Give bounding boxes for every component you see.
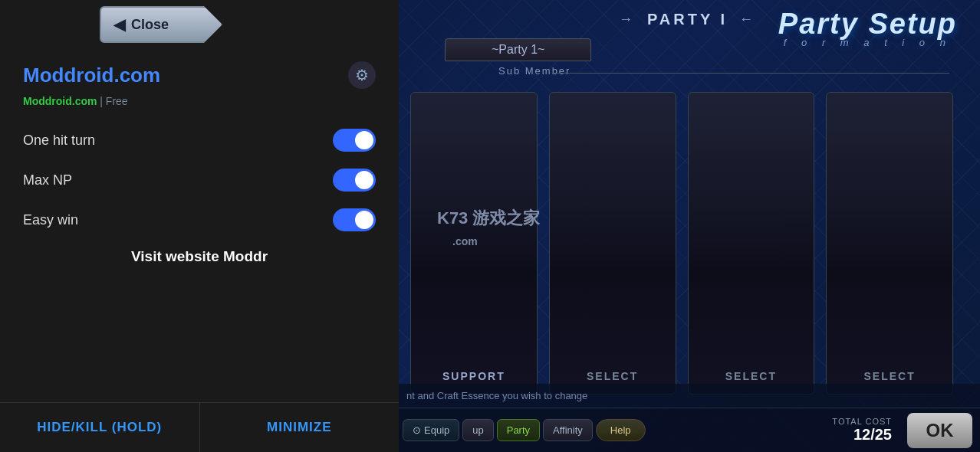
- sub-member-text: Sub Member: [498, 65, 571, 77]
- panel-subtitle: Moddroid.com | Free: [23, 95, 376, 107]
- ok-button[interactable]: OK: [907, 413, 972, 448]
- party-setup-main-label: Party Setup: [778, 8, 957, 40]
- card-slot-2[interactable]: SELECT: [688, 92, 815, 395]
- affinity-tab-label: Affinity: [553, 424, 583, 436]
- toggle-row-easy-win: Easy win: [23, 208, 376, 231]
- subtitle-sep: |: [100, 95, 106, 107]
- settings-button[interactable]: ⚙: [348, 61, 376, 89]
- help-button[interactable]: Help: [596, 419, 646, 441]
- party-tab-label: Party: [507, 424, 530, 436]
- toggle-max-np-label: Max NP: [23, 172, 72, 188]
- hint-text: nt and Craft Essence you wish to change: [395, 384, 980, 408]
- game-bottom-tabs: ⊙ Equip up Party Affinity Help: [395, 419, 646, 441]
- equip-icon: ⊙: [413, 424, 421, 436]
- toggle-row-max-np: Max NP: [23, 169, 376, 192]
- total-cost-box: TOTAL COST 12/25: [832, 417, 899, 444]
- panel-content: Moddroid.com ⚙ Moddroid.com | Free One h…: [0, 46, 399, 402]
- close-button-wrapper: ◀ Close: [100, 6, 222, 43]
- toggle-one-hit-label: One hit turn: [23, 133, 95, 149]
- hint-text-content: nt and Craft Essence you wish to change: [406, 390, 587, 401]
- toggle-one-hit-switch[interactable]: [333, 129, 376, 152]
- hide-kill-label: HIDE/KILL (HOLD): [37, 420, 162, 435]
- party-tab-button[interactable]: Party: [497, 419, 540, 441]
- minimize-label: MINIMIZE: [267, 420, 332, 435]
- watermark: K73 游戏之家.com: [437, 207, 540, 250]
- panel-title: Moddroid.com: [23, 64, 160, 87]
- party-setup-sub-label: f o r m a t i o n: [778, 37, 957, 48]
- mod-panel: ◀ Close Moddroid.com ⚙ Moddroid.com | Fr…: [0, 0, 399, 452]
- toggle-max-np-switch[interactable]: [333, 169, 376, 192]
- equip-tab-label: Equip: [424, 424, 449, 436]
- toggle-easy-win-switch[interactable]: [333, 208, 376, 231]
- game-bottom-bar: ⊙ Equip up Party Affinity Help TOTAL COS…: [395, 408, 980, 452]
- toggle-easy-win-label: Easy win: [23, 212, 78, 228]
- party-tab[interactable]: ~Party 1~: [445, 38, 591, 61]
- card-slot-2-label: SELECT: [725, 370, 777, 382]
- close-label: Close: [131, 17, 169, 33]
- party-left-arrow: →: [619, 11, 636, 28]
- card-slot-1[interactable]: SELECT: [549, 92, 676, 395]
- party-right-arrow: ←: [739, 11, 756, 28]
- panel-bottom-buttons: HIDE/KILL (HOLD) MINIMIZE: [0, 402, 399, 452]
- sub-member-label: Sub Member: [498, 65, 571, 77]
- toggle-row-one-hit: One hit turn: [23, 129, 376, 152]
- card-slot-3-label: SELECT: [864, 370, 916, 382]
- total-cost-value: 12/25: [832, 426, 892, 444]
- subtitle-free: Free: [106, 95, 128, 107]
- equip-tab-button[interactable]: ⊙ Equip: [403, 419, 459, 441]
- help-label: Help: [610, 424, 631, 436]
- card-slot-1-label: SELECT: [587, 370, 638, 382]
- visit-website-text[interactable]: Visit website Moddr: [23, 248, 376, 265]
- card-slot-support-label: SUPPORT: [442, 370, 505, 382]
- party-tab-label: ~Party 1~: [492, 43, 544, 56]
- panel-header: Moddroid.com ⚙: [23, 61, 376, 89]
- subtitle-link[interactable]: Moddroid.com: [23, 95, 97, 107]
- visit-website-label: Visit website Moddr: [131, 248, 268, 264]
- hide-kill-button[interactable]: HIDE/KILL (HOLD): [0, 403, 200, 452]
- sub-member-divider: [552, 73, 949, 74]
- up-tab-label: up: [472, 424, 483, 436]
- card-slot-3[interactable]: SELECT: [826, 92, 953, 395]
- close-button[interactable]: ◀ Close: [100, 6, 222, 43]
- gear-icon: ⚙: [355, 66, 369, 84]
- minimize-button[interactable]: MINIMIZE: [200, 403, 400, 452]
- party-setup-title: Party Setup f o r m a t i o n: [778, 8, 957, 48]
- close-arrow-icon: ◀: [113, 15, 125, 34]
- up-tab-button[interactable]: up: [462, 419, 493, 441]
- total-cost-label: TOTAL COST: [832, 417, 892, 426]
- affinity-tab-button[interactable]: Affinity: [543, 419, 593, 441]
- party-header-title: PARTY I: [647, 11, 728, 28]
